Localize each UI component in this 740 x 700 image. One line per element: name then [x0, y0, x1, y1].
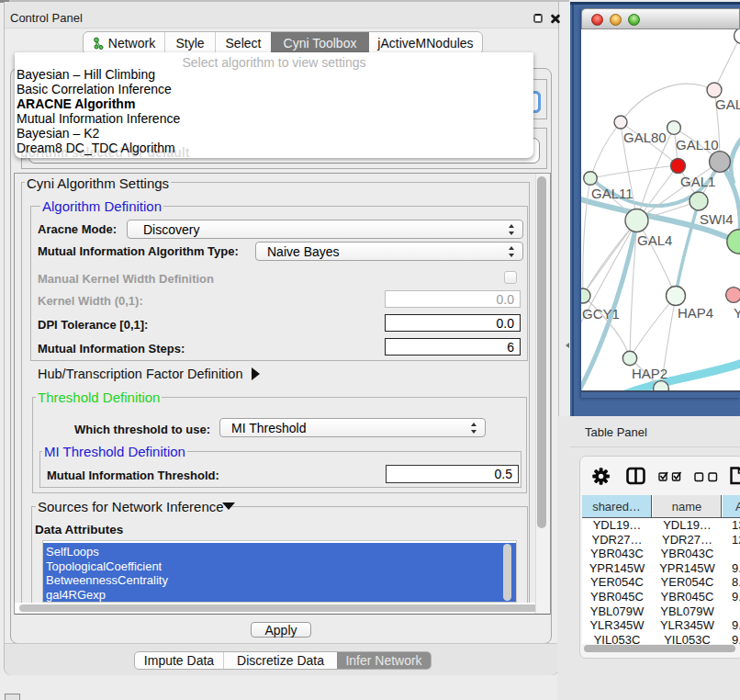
svg-text:SWI4: SWI4: [700, 211, 734, 227]
svg-text:GAL80: GAL80: [623, 130, 667, 145]
svg-text:GAL1: GAL1: [680, 174, 715, 189]
svg-text:Y: Y: [734, 305, 740, 321]
svg-text:GAL4: GAL4: [637, 232, 672, 248]
svg-text:GAL10: GAL10: [676, 137, 719, 152]
svg-text:HAP4: HAP4: [678, 305, 713, 321]
svg-text:GCY1: GCY1: [582, 306, 620, 322]
svg-text:GAL7: GAL7: [715, 96, 740, 112]
svg-text:GAL11: GAL11: [591, 186, 633, 201]
svg-text:HAP2: HAP2: [632, 366, 667, 381]
